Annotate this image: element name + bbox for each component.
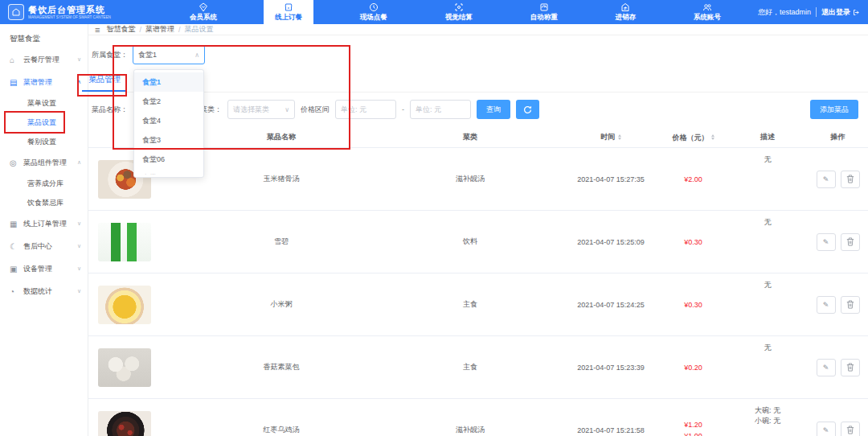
chevron-down-icon: ∨ [77, 220, 81, 227]
dropdown-option[interactable]: 食堂1 [134, 72, 203, 92]
sort-icon[interactable] [618, 133, 621, 142]
dish-category: 饮料 [378, 237, 563, 247]
dish-name: 香菇素菜包 [185, 362, 378, 372]
table-row: 香菇素菜包 主食 2021-04-07 15:23:39 ¥0.20 无 ✎ [88, 336, 868, 399]
top-header: 餐饮后台管理系统 MANAGEMENT SYSTEM OF SMART CANT… [0, 0, 868, 24]
sidebar-item-online-orders[interactable]: ▦ 线上订单管理 ∨ [0, 212, 88, 235]
dish-price: ¥1.20¥1.00 [659, 419, 727, 436]
collapse-menu-icon[interactable]: ≡ [95, 25, 100, 35]
sidebar-item-nutrition-library[interactable]: 营养成分库 [0, 174, 88, 193]
monitor-icon: ▣ [10, 265, 18, 274]
dropdown-option[interactable]: 食堂2 [134, 92, 203, 111]
nav-online-order[interactable]: 线上订餐 [264, 0, 313, 24]
nav-auto-weigh[interactable]: 自动称重 [519, 0, 569, 24]
logout-icon [853, 9, 860, 16]
price-min-input[interactable] [335, 100, 396, 119]
dropdown-option[interactable]: 食堂3 [134, 130, 203, 150]
edit-icon: ✎ [823, 364, 829, 372]
book-icon: ▤ [10, 78, 18, 87]
tab-bar: 菜品管理 [88, 74, 868, 93]
nav-member-system[interactable]: 会员系统 [178, 0, 228, 24]
account-icon [702, 2, 712, 12]
dish-desc: 无 [727, 336, 808, 398]
edit-button[interactable]: ✎ [817, 296, 836, 314]
edit-button[interactable]: ✎ [817, 171, 836, 188]
canteen-select[interactable]: 食堂1 ∧ [133, 45, 205, 64]
delete-button[interactable] [841, 233, 860, 251]
user-greeting: 您好，testadmin [758, 7, 811, 18]
divider [816, 7, 817, 17]
sidebar-item-dish-settings[interactable]: 菜品设置 [0, 113, 88, 132]
sidebar-item-dish-components[interactable]: ◎ 菜品组件管理 ∧ [0, 151, 88, 174]
chevron-up-icon: ∧ [194, 51, 199, 59]
dish-price: ¥0.30 [659, 299, 727, 311]
header-category: 菜类 [378, 132, 563, 142]
edit-icon: ✎ [823, 426, 829, 434]
price-max-input[interactable] [410, 100, 471, 119]
chevron-down-icon: ∨ [77, 56, 81, 63]
nav-vision-checkout[interactable]: 视觉结算 [434, 0, 484, 24]
canteen-dropdown: 食堂1 食堂2 食堂4 食堂3 食堂06 食堂 [133, 69, 204, 178]
sidebar-item-device-mgmt[interactable]: ▣ 设备管理 ∨ [0, 257, 88, 280]
sidebar-item-data-stats[interactable]: ◔ 数据统计 ∨ [0, 280, 88, 302]
dropdown-option[interactable]: 食堂4 [134, 111, 203, 130]
sidebar-item-cloud-canteen[interactable]: ⌂ 云餐厅管理 ∨ [0, 48, 88, 71]
user-area: 您好，testadmin 退出登录 [750, 0, 868, 24]
table-header: 菜品名称 菜类 时间 价格（元） 描述 操作 [88, 127, 868, 148]
edit-button[interactable]: ✎ [817, 422, 836, 436]
dish-time: 2021-04-07 15:27:35 [563, 175, 659, 183]
refresh-button[interactable] [516, 100, 539, 119]
sidebar-item-aftersale-center[interactable]: ☾ 售后中心 ∨ [0, 235, 88, 257]
sidebar-item-recipe-mgmt[interactable]: ▤ 菜谱管理 ∧ [0, 71, 88, 93]
edit-button[interactable]: ✎ [817, 233, 836, 251]
app-logo: 餐饮后台管理系统 MANAGEMENT SYSTEM OF SMART CANT… [0, 0, 161, 24]
dropdown-option[interactable]: 食堂06 [134, 150, 203, 169]
delete-button[interactable] [841, 171, 860, 188]
nav-dine-in[interactable]: 现场点餐 [349, 0, 399, 24]
range-separator: - [402, 105, 404, 113]
delete-button[interactable] [841, 296, 860, 314]
dish-name: 雪碧 [185, 237, 378, 247]
header-price[interactable]: 价格（元） [659, 132, 727, 143]
table-row: 小米粥 主食 2021-04-07 15:24:25 ¥0.30 无 ✎ [88, 274, 868, 336]
nav-inventory[interactable]: 进销存 [604, 0, 648, 24]
header-time[interactable]: 时间 [563, 132, 659, 142]
dish-category: 滋补靓汤 [378, 174, 563, 184]
shop-icon: ⌂ [10, 56, 18, 64]
edit-button[interactable]: ✎ [817, 359, 836, 376]
sidebar-item-meal-settings[interactable]: 餐别设置 [0, 132, 88, 151]
sort-icon[interactable] [711, 133, 714, 142]
breadcrumb-item[interactable]: 菜谱管理 [145, 24, 174, 35]
delete-icon [846, 300, 854, 309]
add-dish-button[interactable]: 添加菜品 [810, 100, 858, 119]
canteen-select-value: 食堂1 [138, 50, 157, 60]
chevron-up-icon: ∧ [77, 79, 81, 85]
sidebar: 智慧食堂 ⌂ 云餐厅管理 ∨ ▤ 菜谱管理 ∧ 菜单设置 菜品设置 餐别设置 ◎… [0, 24, 88, 436]
dish-desc: 无 [727, 274, 808, 335]
search-button[interactable]: 查询 [477, 100, 510, 119]
chevron-down-icon: ∨ [285, 106, 289, 113]
delete-button[interactable] [841, 422, 860, 436]
breadcrumb-item[interactable]: 智慧食堂 [106, 24, 135, 35]
online-order-icon [284, 2, 293, 12]
category-select[interactable]: 请选择菜类 ∨ [227, 100, 295, 119]
dish-name-label: 菜品名称： [92, 105, 128, 115]
chevron-down-icon: ∨ [77, 288, 81, 294]
headset-icon: ☾ [10, 242, 18, 251]
delete-icon [846, 237, 854, 246]
sidebar-item-menu-settings[interactable]: 菜单设置 [0, 93, 88, 113]
delete-button[interactable] [841, 359, 860, 376]
nav-system-account[interactable]: 系统账号 [682, 0, 732, 24]
chevron-up-icon: ∧ [77, 159, 81, 166]
dropdown-option-partial[interactable]: 食堂 [134, 169, 203, 175]
breadcrumb-current: 菜品设置 [184, 24, 213, 35]
tab-dish-management[interactable]: 菜品管理 [82, 74, 127, 92]
order-icon: ▦ [10, 220, 18, 228]
chevron-down-icon: ∨ [77, 265, 81, 272]
logout-button[interactable]: 退出登录 [821, 7, 860, 18]
edit-icon: ✎ [823, 238, 829, 246]
dish-time: 2021-04-07 15:25:09 [563, 238, 659, 246]
chevron-down-icon: ∨ [77, 243, 81, 249]
sidebar-item-diet-taboo-library[interactable]: 饮食禁忌库 [0, 193, 88, 212]
app-subtitle: MANAGEMENT SYSTEM OF SMART CANTEEN [28, 15, 111, 19]
